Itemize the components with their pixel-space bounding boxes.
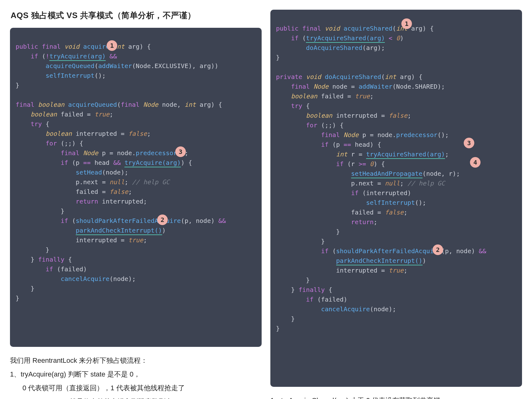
code-shared: public final void acquireShared(int arg)… bbox=[270, 10, 522, 387]
right-notes: 1、tryAcquireShared(arg) 小于 0 代表没有获取到共享锁，… bbox=[270, 394, 522, 399]
left-column: public final void acquire(int arg) { if … bbox=[10, 28, 262, 399]
badge-1: 1 bbox=[401, 18, 412, 29]
note-line: 1、tryAcquireShared(arg) 小于 0 代表没有获取到共享锁， bbox=[270, 394, 522, 399]
badge-1: 1 bbox=[107, 40, 117, 51]
note-line: 1、tryAcquire(arg) 判断下 state 是不是 0， bbox=[10, 367, 262, 381]
park-check-underline: parkAndCheckInterrupt() bbox=[76, 227, 162, 235]
left-notes: 我们用 ReentrantLock 来分析下独占锁流程： 1、tryAcquir… bbox=[10, 354, 262, 399]
badge-3: 3 bbox=[175, 146, 186, 157]
park-check-underline-2: parkAndCheckInterrupt() bbox=[336, 257, 423, 265]
try-acquire-underline: tryAcquire(arg) bbox=[49, 52, 106, 61]
code-exclusive: public final void acquire(int arg) { if … bbox=[10, 28, 262, 347]
try-acquire-underline-2: tryAcquire(arg) bbox=[124, 159, 181, 167]
note-line: 0 代表锁可用（直接返回），1 代表被其他线程抢走了 bbox=[10, 381, 262, 395]
note-line: 我们用 ReentrantLock 来分析下独占锁流程： bbox=[10, 354, 262, 367]
page: AQS 独占模式 VS 共享模式（简单分析，不严谨） public final … bbox=[0, 0, 532, 399]
badge-3: 3 bbox=[464, 138, 474, 148]
try-acquire-shared-underline: tryAcquireShared(arg) bbox=[306, 34, 385, 43]
right-column: public final void acquireShared(int arg)… bbox=[270, 10, 522, 399]
try-acquire-shared-underline-2: tryAcquireShared(arg) bbox=[366, 150, 445, 159]
badge-2: 2 bbox=[157, 214, 168, 225]
badge-4: 4 bbox=[470, 157, 481, 168]
columns: public final void acquire(int arg) { if … bbox=[10, 28, 522, 399]
note-line: 2、acquireQueued 就是将当前节点进入到阻塞队列中， bbox=[10, 395, 262, 399]
badge-2: 2 bbox=[433, 244, 443, 255]
set-head-propagate-underline: setHeadAndPropagate bbox=[351, 170, 423, 178]
